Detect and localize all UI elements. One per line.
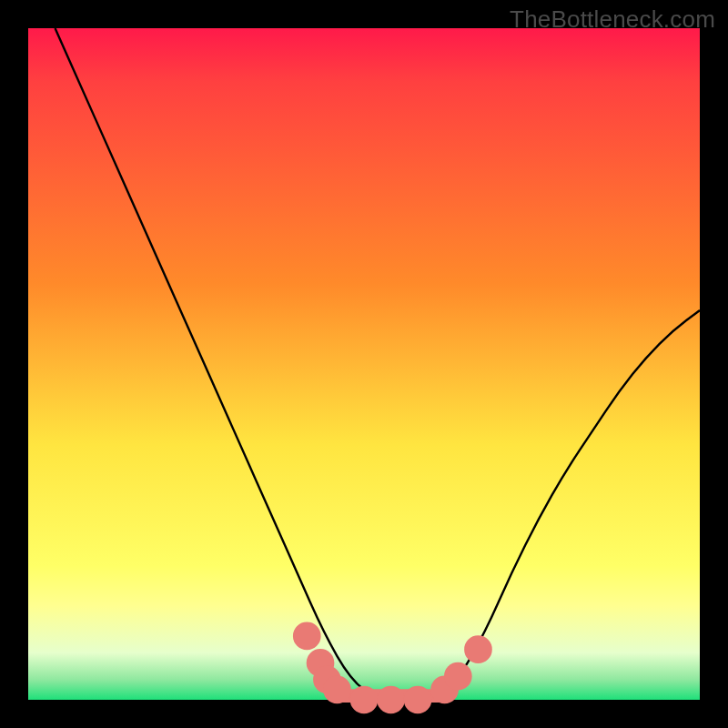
bottleneck-curve-line — [56, 28, 700, 700]
chart-frame: TheBottleneck.com — [0, 0, 728, 728]
data-marker — [404, 686, 432, 714]
data-marker — [350, 686, 379, 714]
data-marker — [444, 662, 472, 691]
data-marker — [293, 622, 321, 651]
chart-svg-overlay — [28, 28, 700, 700]
data-marker — [323, 676, 351, 704]
data-marker — [377, 686, 405, 714]
watermark-text: TheBottleneck.com — [510, 5, 715, 34]
data-marker — [464, 635, 492, 663]
